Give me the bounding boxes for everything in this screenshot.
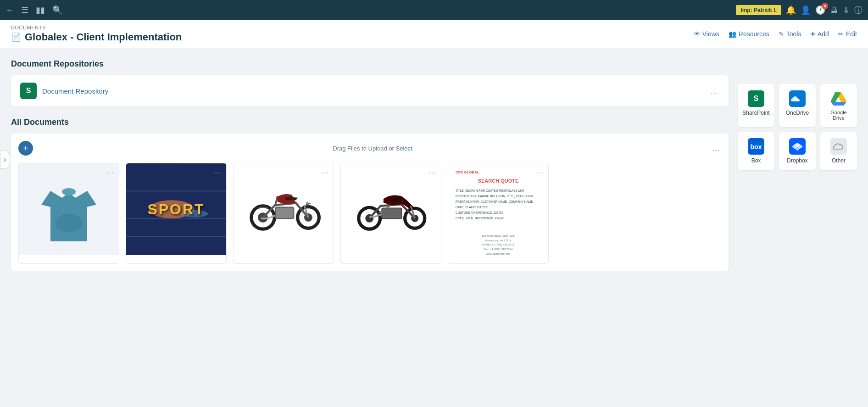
nav-left: ← ☰ ▮▮ 🔍: [6, 5, 62, 15]
plus-icon: +: [810, 29, 815, 39]
repository-name[interactable]: Document Repository: [42, 87, 108, 95]
doc-2-menu: …: [210, 163, 226, 178]
svg-point-2: [55, 214, 83, 232]
googledrive-option[interactable]: Google Drive: [820, 84, 857, 127]
googledrive-icon: [830, 90, 847, 107]
pencil-icon: ✎: [779, 30, 784, 38]
svg-text:S: S: [754, 95, 759, 102]
all-documents-section: All Documents + Drag Files to Upload or …: [11, 117, 729, 271]
other-option[interactable]: Other: [820, 132, 857, 170]
top-navigation: ← ☰ ▮▮ 🔍 Imp: Patrick I. 🔔 👤 🕐 4 🖶 ⇓ ⓘ: [0, 0, 868, 20]
sharepoint-repo-icon: S: [20, 83, 37, 99]
eye-icon: 👁: [694, 30, 700, 38]
doc-2-more-menu[interactable]: …: [213, 166, 223, 176]
doc-line-6: CPA GLOBAL REFERENCE: xxxxxx: [456, 216, 541, 220]
menu-icon[interactable]: ☰: [21, 5, 28, 15]
other-label: Other: [832, 157, 846, 164]
doc-line-4: DATE: 16 AUGUST 2021: [456, 205, 541, 209]
chart-icon[interactable]: ▮▮: [36, 5, 45, 15]
all-docs-title: All Documents: [11, 117, 729, 127]
sidebar-toggle[interactable]: ›: [0, 151, 10, 169]
repo-card-left: S Document Repository: [20, 83, 108, 99]
repository-more-menu[interactable]: …: [710, 86, 719, 96]
docs-card-header: + Drag Files to Upload or Select …: [18, 141, 721, 156]
docs-icon: 📄: [11, 32, 21, 42]
svg-rect-15: [275, 207, 294, 219]
motorcycle-1-image: [242, 182, 325, 237]
add-document-button[interactable]: +: [18, 141, 33, 156]
dropbox-option[interactable]: Dropbox: [779, 132, 816, 170]
doc-4-more-menu[interactable]: …: [428, 166, 437, 176]
documents-card: + Drag Files to Upload or Select … …: [11, 134, 729, 271]
googledrive-svg: [831, 92, 846, 106]
box-label: Box: [751, 157, 761, 164]
document-card-1: …: [18, 163, 119, 264]
box-icon-el: box: [748, 138, 764, 155]
header-left: DOCUMENTS 📄 Globalex - Client Implementa…: [11, 25, 182, 43]
search-icon[interactable]: 🔍: [52, 5, 62, 15]
doc-line-1: TITLE: SEARCH FOR COATED FIBERGLASS MAT: [456, 189, 541, 193]
sport-label: SPORT: [147, 201, 205, 218]
select-link[interactable]: Select: [396, 145, 412, 152]
sharepoint-svg: S: [750, 92, 762, 105]
main-content: › Document Repositories S Document Repos…: [0, 48, 868, 271]
edit-icon: ✏: [838, 30, 844, 38]
resources-button[interactable]: 👥 Resources: [729, 30, 769, 38]
document-card-5: … CPA GLOBAL SEARCH QUOTE TITLE: SEARCH …: [448, 163, 549, 264]
onedrive-icon: [789, 90, 806, 107]
cloud-grid: S SharePoint OneDrive: [738, 84, 857, 170]
back-icon[interactable]: ←: [6, 6, 14, 15]
edit-button[interactable]: ✏ Edit: [838, 30, 857, 38]
document-card-2: …: [126, 163, 227, 264]
box-option[interactable]: box Box: [738, 132, 774, 170]
dropbox-label: Dropbox: [787, 157, 807, 164]
nav-right: Imp: Patrick I. 🔔 👤 🕐 4 🖶 ⇓ ⓘ: [736, 5, 862, 16]
clock-icon[interactable]: 🕐 4: [815, 5, 825, 15]
onedrive-svg: [789, 92, 806, 105]
download-icon[interactable]: ⇓: [843, 5, 850, 15]
header-actions: 👁 Views 👥 Resources ✎ Tools + Add ✏ Edit: [694, 29, 857, 39]
docs-more-menu[interactable]: …: [712, 144, 721, 153]
onedrive-label: OneDrive: [786, 110, 809, 116]
print-icon[interactable]: 🖶: [830, 6, 838, 15]
other-svg: [830, 140, 847, 153]
tshirt-image: [37, 173, 101, 246]
upload-area[interactable]: Drag Files to Upload or Select: [33, 144, 712, 152]
add-button[interactable]: + Add: [810, 29, 829, 39]
doc-line-5: CUSTOMER REFERENCE: 123456: [456, 211, 541, 215]
notification-icon[interactable]: 🔔: [786, 5, 796, 15]
doc-1-more-menu[interactable]: …: [106, 166, 115, 176]
doc-line-3: PREPARED FOR: CUSTOMER NAME, COMPANY NAM…: [456, 200, 541, 204]
svg-text:box: box: [751, 143, 762, 151]
repository-card: S Document Repository …: [11, 75, 729, 106]
help-icon[interactable]: ⓘ: [854, 5, 862, 16]
dropbox-svg: [789, 140, 806, 153]
doc-title: SEARCH QUOTE: [456, 178, 541, 184]
other-icon: [830, 138, 847, 155]
doc-3-more-menu[interactable]: …: [321, 166, 330, 176]
page-header: DOCUMENTS 📄 Globalex - Client Implementa…: [0, 20, 868, 48]
motorcycle-2-image: [350, 182, 432, 237]
svg-point-1: [62, 188, 76, 195]
document-card-3: …: [233, 163, 334, 264]
imp-badge[interactable]: Imp: Patrick I.: [736, 5, 781, 15]
dropbox-icon: [789, 138, 806, 155]
googledrive-label: Google Drive: [824, 110, 853, 121]
sharepoint-label: SharePoint: [742, 110, 769, 116]
clock-badge: 4: [822, 3, 828, 9]
doc-5-menu: …: [532, 163, 548, 178]
user-icon[interactable]: 👤: [801, 5, 811, 15]
views-button[interactable]: 👁 Views: [694, 30, 719, 38]
doc-5-more-menu[interactable]: …: [535, 166, 545, 176]
people-icon: 👥: [729, 30, 736, 38]
page-title: Globalex - Client Implementation: [25, 31, 182, 43]
left-content: Document Repositories S Document Reposit…: [11, 59, 729, 271]
svg-rect-40: [830, 140, 847, 153]
doc-line-2: PREPARED BY: KARRIE ROLLISON, Ph.D., CFA…: [456, 194, 541, 198]
onedrive-option[interactable]: OneDrive: [779, 84, 816, 127]
doc-3-menu: …: [317, 163, 334, 178]
upload-text: Drag Files to Upload or Select: [333, 145, 412, 152]
tools-button[interactable]: ✎ Tools: [779, 30, 801, 38]
sharepoint-option[interactable]: S SharePoint: [738, 84, 774, 127]
doc-1-menu: …: [102, 163, 119, 178]
